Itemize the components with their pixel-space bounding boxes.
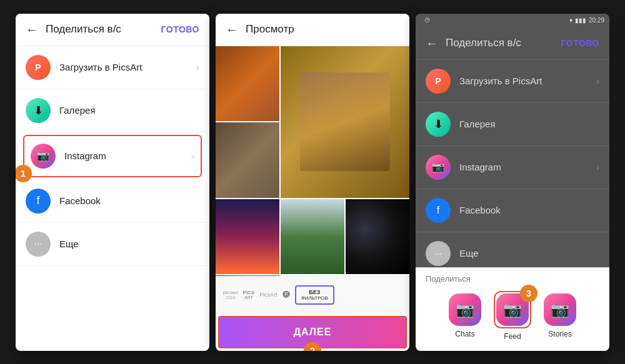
right-gallery-label: Галерея — [459, 119, 599, 129]
share-to-label: Поделиться — [426, 274, 599, 283]
list-item-more[interactable]: ··· Еще — [16, 223, 209, 266]
facebook-icon: f — [26, 189, 51, 214]
photo-cell-4 — [281, 199, 344, 275]
more-icon: ··· — [26, 232, 51, 257]
watermark-picsart1[interactable]: picsart 2024 — [223, 290, 238, 300]
watermark-bar: picsart 2024 PICS ART PicsArt 🅟 БЕЗ ФИЛЬ… — [216, 276, 409, 313]
more-label: Еще — [59, 239, 199, 249]
picsart-icon: P — [26, 55, 51, 80]
right-header: ← Поделиться в/с ГОТОВО — [416, 27, 609, 60]
share-to-section: Поделиться 📷 Chats 📷 Feed — [416, 267, 609, 351]
right-instagram-label: Instagram — [459, 162, 596, 172]
screen-middle: ← Просмотр — [216, 14, 409, 351]
right-chevron-pa: › — [596, 76, 599, 87]
right-instagram-icon: 📷 — [426, 155, 451, 180]
screen-right: ⏱ ▾ ▮▮▮ 20:29 ← Поделиться в/с ГОТОВО P … — [416, 14, 609, 351]
signal-icon: ▮▮▮ — [575, 17, 586, 24]
right-more-icon: ··· — [426, 241, 451, 266]
share-icons-row: 📷 Chats 📷 Feed 3 � — [426, 291, 599, 341]
left-action[interactable]: ГОТОВО — [161, 24, 199, 34]
chats-label: Chats — [455, 330, 474, 338]
right-facebook-icon: f — [426, 198, 451, 223]
gallery-label: Галерея — [59, 105, 199, 116]
gallery-icon: ⬇ — [26, 98, 51, 123]
right-list-item-instagram[interactable]: 📷 Instagram › — [416, 146, 609, 189]
stories-icon: 📷 — [544, 293, 576, 326]
right-list-item-gallery[interactable]: ⬇ Галерея — [416, 103, 609, 146]
photo-cell-1 — [216, 46, 279, 122]
photo-cell-large — [281, 46, 409, 198]
photo-cell-3 — [216, 199, 279, 275]
share-icon-chats[interactable]: 📷 Chats — [449, 293, 481, 338]
status-icons: ▾ ▮▮▮ 20:29 — [569, 17, 604, 24]
right-picsart-label: Загрузить в PicsArt — [459, 76, 596, 86]
status-bar: ⏱ ▾ ▮▮▮ 20:29 — [416, 14, 609, 27]
middle-header: ← Просмотр — [216, 14, 409, 46]
left-title: Поделиться в/с — [46, 23, 161, 36]
watermark-no-filter[interactable]: БЕЗ ФИЛЬТРОВ — [295, 285, 334, 305]
list-item-picsart[interactable]: P Загрузить в PicsArt › — [16, 46, 209, 89]
chevron-icon: › — [196, 62, 199, 73]
photo-grid — [216, 46, 409, 276]
instagram-label: Instagram — [64, 150, 191, 161]
back-button-middle[interactable]: ← — [226, 22, 238, 37]
watermark-picsart2[interactable]: PICS ART — [243, 290, 255, 300]
stories-label: Stories — [548, 330, 571, 338]
list-item-gallery[interactable]: ⬇ Галерея — [16, 89, 209, 132]
right-list-item-facebook[interactable]: f Facebook — [416, 189, 609, 232]
photo-cell-5 — [346, 199, 409, 275]
facebook-label: Facebook — [59, 195, 199, 206]
list-item-instagram[interactable]: 📷 Instagram › — [23, 135, 202, 177]
right-title: Поделиться в/с — [446, 37, 561, 49]
left-header: ← Поделиться в/с ГОТОВО — [16, 14, 209, 46]
feed-label: Feed — [504, 332, 521, 341]
picsart-label: Загрузить в PicsArt — [59, 62, 196, 72]
list-item-facebook[interactable]: f Facebook — [16, 180, 209, 223]
right-list-item-picsart[interactable]: P Загрузить в PicsArt › — [416, 60, 609, 103]
right-facebook-label: Facebook — [459, 205, 599, 215]
back-button-left[interactable]: ← — [26, 22, 38, 37]
left-share-list: P Загрузить в PicsArt › ⬇ Галерея 📷 Inst… — [16, 46, 209, 351]
screen-left: ← Поделиться в/с ГОТОВО P Загрузить в Pi… — [16, 14, 209, 351]
share-icon-feed[interactable]: 📷 Feed 3 — [494, 291, 531, 341]
right-action[interactable]: ГОТОВО — [561, 38, 599, 48]
instagram-icon: 📷 — [31, 144, 56, 169]
chevron-icon-ig: › — [191, 150, 194, 162]
right-more-label: Еще — [459, 248, 599, 258]
middle-title: Просмотр — [246, 23, 399, 36]
back-button-right[interactable]: ← — [426, 36, 438, 51]
step-badge-3: 3 — [520, 285, 538, 302]
wifi-icon: ▾ — [569, 17, 572, 24]
right-gallery-icon: ⬇ — [426, 112, 451, 137]
step-badge-1: 1 — [16, 165, 32, 182]
chats-icon: 📷 — [449, 293, 481, 326]
photo-cell-2 — [216, 122, 279, 198]
share-icon-stories[interactable]: 📷 Stories — [544, 293, 576, 338]
time-display: 20:29 — [589, 17, 604, 24]
right-chevron-ig: › — [596, 162, 599, 173]
right-picsart-icon: P — [426, 69, 451, 94]
right-list-item-more[interactable]: ··· Еще — [416, 232, 609, 267]
next-label: ДАЛЕЕ — [294, 327, 332, 338]
right-share-list: P Загрузить в PicsArt › ⬇ Галерея 📷 Inst… — [416, 60, 609, 267]
watermark-picsart3[interactable]: PicsArt — [259, 292, 278, 298]
watermark-ip[interactable]: 🅟 — [282, 290, 290, 299]
